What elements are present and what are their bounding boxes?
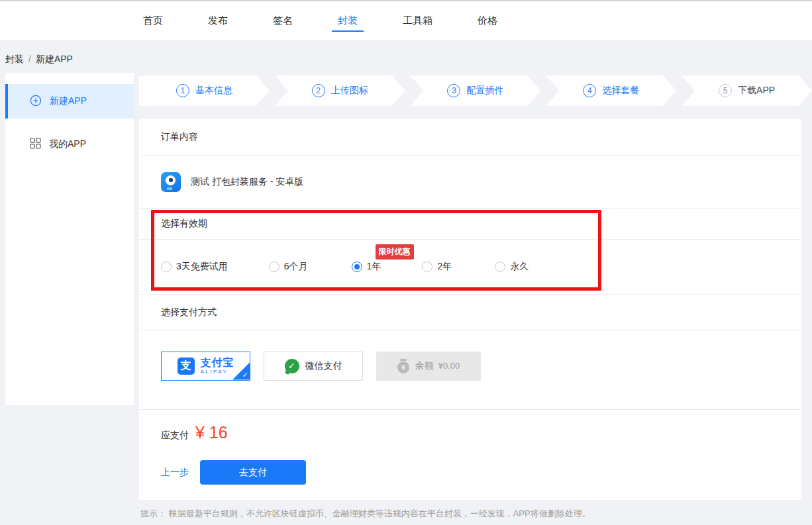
grid-icon xyxy=(30,138,41,151)
radio-icon[interactable] xyxy=(269,262,279,272)
balance-amount: ¥0.00 xyxy=(438,361,460,371)
step-label: 配置插件 xyxy=(466,85,503,97)
radio-label: 1年 xyxy=(367,261,381,273)
nav-item-sign[interactable]: 签名 xyxy=(267,1,299,40)
validity-option-2-years[interactable]: 2年 xyxy=(422,261,452,273)
validity-option-forever[interactable]: 永久 xyxy=(495,261,529,273)
step-configure-plugins[interactable]: 3 配置插件 xyxy=(411,75,541,106)
step-label: 基本信息 xyxy=(195,85,232,97)
go-pay-button[interactable]: 去支付 xyxy=(200,460,306,485)
sidebar-item-label: 新建APP xyxy=(50,95,87,107)
step-number: 4 xyxy=(583,84,596,97)
radio-icon[interactable] xyxy=(161,262,172,272)
selected-check-icon: ✓ xyxy=(232,363,250,380)
top-nav: 首页 发布 签名 封装 工具箱 价格 xyxy=(0,1,812,41)
nav-item-package[interactable]: 封装 xyxy=(332,1,364,40)
order-panel: 订单内容 测试 打包封装服务 - 安卓版 选择有效期 3天免费试用 6个月 限时… xyxy=(139,119,801,500)
breadcrumb-page: 新建APP xyxy=(36,54,73,64)
amount-due-label: 应支付 xyxy=(161,430,189,442)
breadcrumb: 封装/新建APP xyxy=(5,54,73,66)
amount-due-value: ¥ 16 xyxy=(195,423,228,442)
limited-time-offer-badge: 限时优惠 xyxy=(376,244,414,260)
sidebar-item-new-app[interactable]: 新建APP xyxy=(5,84,134,119)
footer-tip: 提示： 根据最新平台规则，不允许区块链虚拟币、金融理财类等违规内容在平台封装，一… xyxy=(140,508,591,520)
step-number: 3 xyxy=(447,84,460,97)
payment-method-alipay[interactable]: 支 支付宝 ALIPAY ✓ xyxy=(161,352,250,381)
radio-label: 永久 xyxy=(510,261,529,273)
sidebar-item-label: 我的APP xyxy=(49,138,86,150)
alipay-wordmark: 支付宝 ALIPAY xyxy=(201,358,234,375)
plus-circle-icon xyxy=(30,95,42,109)
step-basic-info[interactable]: 1 基本信息 xyxy=(139,75,270,106)
payment-method-balance: ¥ 余额 ¥0.00 xyxy=(376,352,481,381)
step-label: 上传图标 xyxy=(331,85,368,97)
validity-options: 3天免费试用 6个月 限时优惠 1年 2年 永久 xyxy=(139,240,801,295)
order-content-title: 订单内容 xyxy=(139,119,801,156)
nav-item-toolbox[interactable]: 工具箱 xyxy=(397,1,438,40)
payment-section-title: 选择支付方式 xyxy=(139,295,801,330)
step-number: 2 xyxy=(312,84,325,97)
radio-icon[interactable] xyxy=(495,262,505,272)
step-number: 5 xyxy=(719,84,732,97)
previous-step-link[interactable]: 上一步 xyxy=(161,467,189,479)
product-name: 测试 打包封装服务 - 安卓版 xyxy=(191,176,303,188)
money-bag-icon: ¥ xyxy=(397,361,409,373)
wechat-pay-icon: ✓ xyxy=(285,359,299,373)
payment-summary: 应支付 ¥ 16 上一步 去支付 xyxy=(139,410,801,485)
sidebar-item-my-apps[interactable]: 我的APP xyxy=(5,127,134,162)
payment-method-wechat[interactable]: ✓ 微信支付 xyxy=(264,352,363,381)
nav-item-pricing[interactable]: 价格 xyxy=(472,1,503,40)
breadcrumb-section[interactable]: 封装 xyxy=(5,54,24,64)
step-label: 下载APP xyxy=(738,85,775,97)
alipay-logo-icon: 支 xyxy=(178,358,195,375)
validity-option-6-months[interactable]: 6个月 xyxy=(269,261,308,273)
radio-icon[interactable] xyxy=(422,262,432,272)
nav-item-home[interactable]: 首页 xyxy=(137,1,169,40)
validity-option-trial[interactable]: 3天免费试用 xyxy=(161,261,228,273)
step-download-app: 5 下载APP xyxy=(682,75,812,106)
amount-due: 应支付 ¥ 16 xyxy=(161,423,801,442)
nav-item-publish[interactable]: 发布 xyxy=(202,1,234,40)
payment-methods: 支 支付宝 ALIPAY ✓ ✓ 微信支付 ¥ 余额 ¥0.00 xyxy=(139,330,801,410)
breadcrumb-separator: / xyxy=(28,54,31,64)
step-label: 选择套餐 xyxy=(602,85,639,97)
radio-icon[interactable] xyxy=(352,262,362,272)
radio-label: 6个月 xyxy=(284,261,308,273)
radio-label: 3天免费试用 xyxy=(176,261,228,273)
step-upload-icon[interactable]: 2 上传图标 xyxy=(275,75,405,106)
step-choose-plan[interactable]: 4 选择套餐 xyxy=(546,75,676,106)
app-camera-icon xyxy=(161,172,181,192)
wizard-stepper: 1 基本信息 2 上传图标 3 配置插件 4 选择套餐 5 下载APP xyxy=(139,75,812,106)
step-number: 1 xyxy=(176,84,189,97)
order-product-row: 测试 打包封装服务 - 安卓版 xyxy=(139,156,801,209)
validity-option-1-year[interactable]: 限时优惠 1年 xyxy=(352,261,381,273)
sidebar: 新建APP 我的APP xyxy=(5,73,134,405)
validity-section-title: 选择有效期 xyxy=(139,209,801,240)
radio-label: 2年 xyxy=(437,261,452,273)
